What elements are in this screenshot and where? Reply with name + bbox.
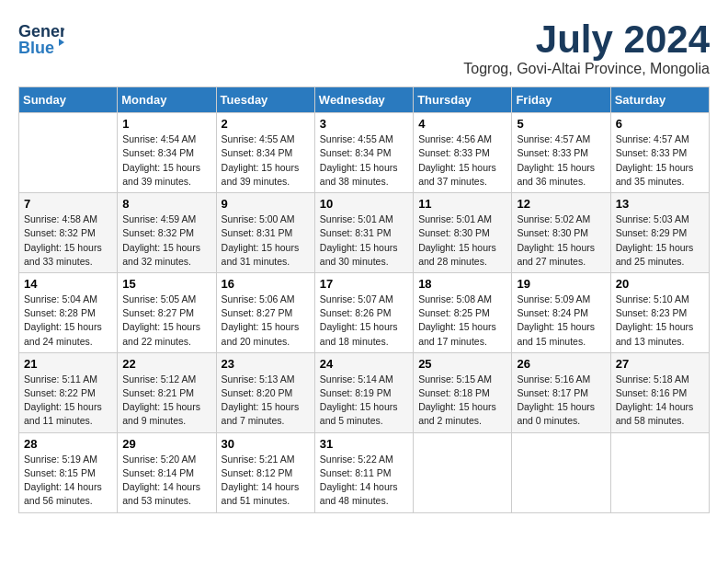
calendar-cell: 10Sunrise: 5:01 AM Sunset: 8:31 PM Dayli… [314,193,413,273]
calendar-week-row: 14Sunrise: 5:04 AM Sunset: 8:28 PM Dayli… [19,272,710,352]
day-number: 24 [320,357,408,371]
calendar-cell: 3Sunrise: 4:55 AM Sunset: 8:34 PM Daylig… [314,113,413,193]
calendar-week-row: 7Sunrise: 4:58 AM Sunset: 8:32 PM Daylig… [19,193,710,273]
weekday-header: Thursday [414,87,512,113]
calendar-cell: 18Sunrise: 5:08 AM Sunset: 8:25 PM Dayli… [414,272,512,352]
calendar-week-row: 1Sunrise: 4:54 AM Sunset: 8:34 PM Daylig… [19,113,710,193]
day-info: Sunrise: 5:18 AM Sunset: 8:16 PM Dayligh… [616,373,704,429]
day-number: 2 [222,117,310,131]
calendar-cell: 14Sunrise: 5:04 AM Sunset: 8:28 PM Dayli… [19,272,118,352]
weekday-header: Wednesday [314,87,413,113]
day-number: 13 [616,197,704,211]
day-number: 16 [222,277,310,291]
day-number: 11 [418,197,506,211]
calendar-header-row: SundayMondayTuesdayWednesdayThursdayFrid… [19,87,710,113]
calendar-cell: 8Sunrise: 4:59 AM Sunset: 8:32 PM Daylig… [118,193,216,273]
calendar-cell: 20Sunrise: 5:10 AM Sunset: 8:23 PM Dayli… [610,272,709,352]
calendar-table: SundayMondayTuesdayWednesdayThursdayFrid… [18,86,710,512]
day-number: 27 [616,357,704,371]
calendar-cell: 21Sunrise: 5:11 AM Sunset: 8:22 PM Dayli… [19,352,118,432]
day-number: 18 [418,277,506,291]
day-info: Sunrise: 5:01 AM Sunset: 8:31 PM Dayligh… [320,213,408,269]
day-info: Sunrise: 5:22 AM Sunset: 8:11 PM Dayligh… [320,453,408,509]
day-number: 28 [24,437,112,451]
weekday-header: Tuesday [216,87,314,113]
calendar-cell: 12Sunrise: 5:02 AM Sunset: 8:30 PM Dayli… [512,193,610,273]
calendar-cell: 19Sunrise: 5:09 AM Sunset: 8:24 PM Dayli… [512,272,610,352]
month-title: July 2024 [463,18,710,61]
day-number: 30 [222,437,310,451]
calendar-cell: 7Sunrise: 4:58 AM Sunset: 8:32 PM Daylig… [19,193,118,273]
calendar-cell: 27Sunrise: 5:18 AM Sunset: 8:16 PM Dayli… [610,352,709,432]
day-info: Sunrise: 5:06 AM Sunset: 8:27 PM Dayligh… [222,293,310,349]
calendar-cell [610,432,709,512]
day-number: 3 [320,117,408,131]
calendar-cell [19,113,118,193]
calendar-cell: 25Sunrise: 5:15 AM Sunset: 8:18 PM Dayli… [414,352,512,432]
day-info: Sunrise: 5:10 AM Sunset: 8:23 PM Dayligh… [616,293,704,349]
day-info: Sunrise: 5:14 AM Sunset: 8:19 PM Dayligh… [320,373,408,429]
weekday-header: Saturday [610,87,709,113]
day-info: Sunrise: 4:57 AM Sunset: 8:33 PM Dayligh… [616,132,704,189]
calendar-cell: 30Sunrise: 5:21 AM Sunset: 8:12 PM Dayli… [216,432,314,512]
day-info: Sunrise: 5:01 AM Sunset: 8:30 PM Dayligh… [418,213,506,269]
weekday-header: Monday [118,87,216,113]
day-number: 21 [24,357,112,371]
calendar-cell: 22Sunrise: 5:12 AM Sunset: 8:21 PM Dayli… [118,352,216,432]
calendar-cell [512,432,610,512]
logo-icon: General Blue [18,18,64,57]
day-info: Sunrise: 5:00 AM Sunset: 8:31 PM Dayligh… [222,213,310,269]
day-number: 12 [517,197,605,211]
day-info: Sunrise: 5:16 AM Sunset: 8:17 PM Dayligh… [517,373,605,429]
day-info: Sunrise: 5:07 AM Sunset: 8:26 PM Dayligh… [320,293,408,349]
calendar-cell: 1Sunrise: 4:54 AM Sunset: 8:34 PM Daylig… [118,113,216,193]
day-number: 19 [517,277,605,291]
calendar-cell: 2Sunrise: 4:55 AM Sunset: 8:34 PM Daylig… [216,113,314,193]
title-block: July 2024 Togrog, Govi-Altai Province, M… [463,18,710,77]
svg-text:Blue: Blue [18,39,54,57]
day-number: 29 [122,437,210,451]
day-info: Sunrise: 5:08 AM Sunset: 8:25 PM Dayligh… [418,293,506,349]
day-number: 17 [320,277,408,291]
calendar-cell: 29Sunrise: 5:20 AM Sunset: 8:14 PM Dayli… [118,432,216,512]
day-info: Sunrise: 5:20 AM Sunset: 8:14 PM Dayligh… [122,453,210,509]
calendar-cell: 4Sunrise: 4:56 AM Sunset: 8:33 PM Daylig… [414,113,512,193]
day-info: Sunrise: 5:21 AM Sunset: 8:12 PM Dayligh… [222,453,310,509]
calendar-cell: 5Sunrise: 4:57 AM Sunset: 8:33 PM Daylig… [512,113,610,193]
day-number: 26 [517,357,605,371]
day-info: Sunrise: 5:15 AM Sunset: 8:18 PM Dayligh… [418,373,506,429]
day-info: Sunrise: 5:19 AM Sunset: 8:15 PM Dayligh… [24,453,112,509]
day-number: 9 [222,197,310,211]
day-number: 25 [418,357,506,371]
svg-text:General: General [18,22,64,40]
calendar-cell: 28Sunrise: 5:19 AM Sunset: 8:15 PM Dayli… [19,432,118,512]
day-info: Sunrise: 4:54 AM Sunset: 8:34 PM Dayligh… [122,132,210,189]
calendar-cell: 11Sunrise: 5:01 AM Sunset: 8:30 PM Dayli… [414,193,512,273]
day-number: 1 [122,117,210,131]
day-number: 4 [418,117,506,131]
day-info: Sunrise: 5:05 AM Sunset: 8:27 PM Dayligh… [122,293,210,349]
calendar-body: 1Sunrise: 4:54 AM Sunset: 8:34 PM Daylig… [19,113,710,512]
calendar-week-row: 21Sunrise: 5:11 AM Sunset: 8:22 PM Dayli… [19,352,710,432]
day-number: 31 [320,437,408,451]
day-info: Sunrise: 5:02 AM Sunset: 8:30 PM Dayligh… [517,213,605,269]
weekday-header: Sunday [19,87,118,113]
day-info: Sunrise: 4:58 AM Sunset: 8:32 PM Dayligh… [24,213,112,269]
day-number: 8 [122,197,210,211]
day-info: Sunrise: 4:59 AM Sunset: 8:32 PM Dayligh… [122,213,210,269]
day-number: 15 [122,277,210,291]
day-info: Sunrise: 4:55 AM Sunset: 8:34 PM Dayligh… [222,132,310,189]
location: Togrog, Govi-Altai Province, Mongolia [463,61,710,77]
day-info: Sunrise: 5:09 AM Sunset: 8:24 PM Dayligh… [517,293,605,349]
calendar-cell: 26Sunrise: 5:16 AM Sunset: 8:17 PM Dayli… [512,352,610,432]
day-info: Sunrise: 4:55 AM Sunset: 8:34 PM Dayligh… [320,132,408,189]
day-number: 5 [517,117,605,131]
calendar-cell: 6Sunrise: 4:57 AM Sunset: 8:33 PM Daylig… [610,113,709,193]
calendar-week-row: 28Sunrise: 5:19 AM Sunset: 8:15 PM Dayli… [19,432,710,512]
calendar-cell: 24Sunrise: 5:14 AM Sunset: 8:19 PM Dayli… [314,352,413,432]
calendar-cell: 9Sunrise: 5:00 AM Sunset: 8:31 PM Daylig… [216,193,314,273]
day-info: Sunrise: 4:56 AM Sunset: 8:33 PM Dayligh… [418,132,506,189]
day-number: 22 [122,357,210,371]
calendar-cell [414,432,512,512]
day-number: 10 [320,197,408,211]
